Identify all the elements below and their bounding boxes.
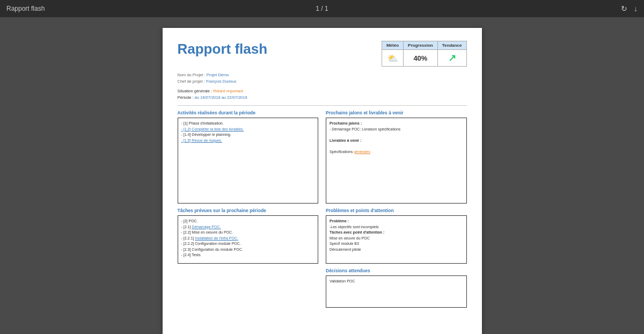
taches-box: - [2] POC. - [2.1] Démarrage POC. - [2.2… [178, 215, 319, 264]
activite-item-1: - [1] Phase d'initialisation. [181, 121, 315, 127]
tache-item-4: - [2.2.1] Installation de l'infra POC. [181, 236, 315, 242]
tendance-header: Tendance [437, 41, 466, 50]
tache-item-3: - [2.2] Mise en oeuvre du POC. [181, 230, 315, 236]
problemes-title: Problèmes et points d'attention [326, 208, 467, 213]
problemes-box: Problème : -Les objectifs sont incomplet… [326, 215, 467, 264]
taches-attention-label: Tâches avec point d'attention : [330, 230, 463, 236]
nom-value: Projet Démo [207, 72, 229, 77]
activites-box: - [1] Phase d'initialisation. - [1.2] Co… [178, 118, 319, 204]
taches-title: Tâches prévues sur la prochaine période [178, 208, 319, 213]
probleme-label: Problème : [330, 219, 463, 224]
col-right: Prochains jalons et livrables à venir Pr… [326, 110, 467, 312]
col-left: Activités réalisées durant la période - … [178, 110, 319, 312]
chef-label: Chef de projet : [178, 79, 206, 84]
top-bar: Rapport flash 1 / 1 ↻ ↓ [0, 0, 644, 17]
tache-item-1: - [2] POC. [181, 219, 315, 224]
decisions-box: Validation POC [326, 275, 467, 308]
toolbar-icons: ↻ ↓ [621, 4, 638, 13]
activites-title: Activités réalisées durant la période [178, 110, 319, 115]
tache-item-5: - [2.2.2] Configuration module POC. [181, 241, 315, 247]
progression-value: 40% [413, 54, 427, 62]
document: Rapport flash Météo Progression Tendance… [163, 28, 482, 334]
situation-value: Retard important [213, 89, 243, 93]
divider [178, 105, 467, 106]
main-area: Rapport flash Météo Progression Tendance… [0, 17, 644, 334]
periode-value: du 16/07/2018 au 22/07/2018 [195, 95, 247, 100]
jalons-box: Prochains jalons : - Démarrage POC: Livr… [326, 118, 467, 204]
jalon-item-1: - Démarrage POC: Livraison spécification… [330, 127, 463, 133]
activite-item-2: - [1.2] Compléter la liste des livrables… [181, 127, 315, 133]
activite-item-4: - [1.5] Revue de risques. [181, 138, 315, 144]
livrables-label: Livrables à venir : [330, 138, 463, 144]
activite-item-3: - [1.4] Développer le planning. [181, 132, 315, 138]
doc-header: Rapport flash Météo Progression Tendance… [178, 41, 467, 67]
jalons-title: Prochains jalons et livrables à venir [326, 110, 467, 115]
decision-item-1: Validation POC [330, 279, 463, 285]
refresh-icon[interactable]: ↻ [621, 4, 627, 13]
progression-header: Progression [404, 41, 438, 50]
chef-value: François Durieux [206, 79, 237, 84]
livrable-item-1: Spécifications générales [330, 149, 463, 155]
two-col-top: Activités réalisées durant la période - … [178, 110, 467, 312]
app-title: Rapport flash [6, 5, 45, 12]
project-info: Nom du Projet : Projet Démo Chef de proj… [178, 72, 467, 85]
weather-icon: ⛅ [387, 54, 398, 63]
nom-label: Nom du Projet : [178, 72, 207, 77]
decisions-title: Décisions attendues [326, 268, 467, 273]
tache-item-7: - [2.4] Tests. [181, 252, 315, 258]
tache-item-6: - [2.3] Configuration du module POC. [181, 247, 315, 253]
meteo-header: Météo [382, 41, 403, 50]
periode-label: Période : [178, 95, 195, 100]
download-icon[interactable]: ↓ [634, 4, 638, 13]
pagination: 1 / 1 [316, 5, 328, 12]
situation-info: Situation générale : Retard important Pé… [178, 88, 467, 101]
taches-attention-item-1: Mise en oeuvre du POC [330, 236, 463, 242]
jalons-label: Prochains jalons : [330, 121, 463, 127]
doc-title: Rapport flash [178, 41, 268, 57]
tache-item-2: - [2.1] Démarrage POC. [181, 224, 315, 230]
trend-arrow: ↗ [448, 53, 456, 63]
taches-attention-item-2: Specif module B3 [330, 241, 463, 247]
meteo-table: Météo Progression Tendance ⛅ 40% ↗ [382, 41, 467, 67]
taches-attention-item-3: Déroulement pilote [330, 247, 463, 253]
probleme-item-1: -Les objectifs sont incomplets [330, 224, 463, 230]
situation-label: Situation générale : [178, 89, 214, 93]
